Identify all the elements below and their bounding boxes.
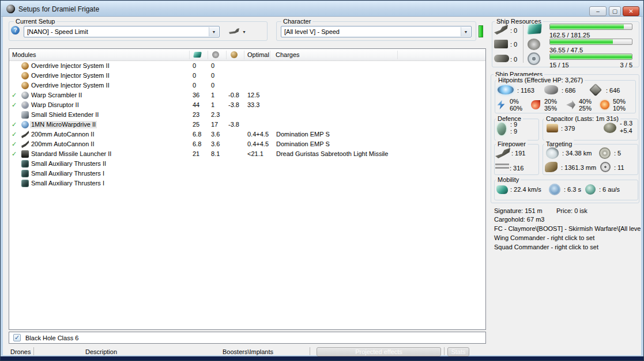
explosive-resist-icon [600,100,609,109]
module-row[interactable]: ✓200mm AutoCannon II6.83.60.4+4.5Dominat… [9,139,485,149]
tab-drones[interactable]: Drones [10,348,31,356]
cpu-value: 0 [193,62,196,70]
divider [189,51,190,59]
overdrive-icon [21,62,29,70]
module-row[interactable]: Overdrive Injector System II00 [9,71,485,81]
calibration-usage-bar [549,54,632,60]
divider [226,51,227,59]
em-armor-resist: 60% [510,105,522,112]
powergrid-usage-bar [549,39,632,45]
minimize-button[interactable]: – [589,6,607,16]
cpu-value: 0 [193,72,196,79]
tab-boosters-implants[interactable]: Boosters\Implants [223,348,273,356]
shield-hp-value: : 1163 [517,87,534,94]
character-label: Character [281,17,312,25]
launcher-hardpoint-icon [494,40,508,48]
squad-commander-text[interactable]: Squad Commander - right click to set [494,244,598,251]
armor-hp-icon [544,85,558,94]
character-dropdown[interactable]: [All level V] - Speed ▼ [281,26,472,37]
module-row[interactable]: Small Shield Extender II232.3 [9,110,485,120]
divider [444,347,445,355]
cpu-value: 23 [193,111,199,119]
charges-column-header[interactable]: Charges [276,51,300,59]
capacitor-value: -3.8 [228,121,239,128]
module-row[interactable]: ✓Standard Missile Launcher II218.1<21.1D… [9,149,485,159]
module-row[interactable]: ✓1MN MicroWarpdrive II2517-3.8 [9,120,485,130]
autocannon-icon [21,140,29,148]
missile-launcher-icon [21,150,29,158]
volley-value: : 191 [511,150,525,157]
divider [523,25,524,63]
powergrid-column-icon[interactable] [212,51,219,58]
module-row[interactable]: Small Auxiliary Thrusters I [9,169,485,178]
warp-speed-value: : 6 au/s [599,186,620,193]
module-name: 200mm AutoCannon II [30,140,95,148]
modules-column-header[interactable]: Modules [12,51,36,59]
module-row[interactable]: ✓Warp Scrambler II361-0.812.5 [9,90,485,100]
maximize-button[interactable]: ▢ [609,6,621,16]
optimal-column-header[interactable]: Optimal [247,51,269,59]
capacitor-flux-icon [604,123,616,133]
powergrid-value: 0 [211,72,214,79]
close-button[interactable]: ✕ [623,6,639,16]
module-row[interactable]: ✓200mm AutoCannon II6.83.60.4+4.5Dominat… [9,130,485,139]
mobility-label: Mobility [496,176,521,184]
max-targets-icon [599,147,611,159]
module-row[interactable]: Small Auxiliary Thrusters I [9,178,485,188]
powergrid-usage-fill [550,39,613,44]
capacitor-amount: : 379 [561,125,575,132]
cpu-column-icon[interactable] [193,52,202,58]
cpu-value: 25 [193,121,199,128]
powergrid-value: 1 [211,101,214,109]
module-row[interactable]: ✓Warp Disruptor II441-3.833.3 [9,100,485,110]
fleet-booster-text[interactable]: FC - Claymore\[BOOST] - Skirmish Warfare… [494,225,641,233]
chevron-down-icon: ▼ [461,27,470,36]
optimal-value: 33.3 [247,101,259,109]
modules-table-header[interactable]: Modules Optimal Charges [9,49,485,61]
optimal-value: 12.5 [247,92,259,99]
optimal-value: 0.4+4.5 [247,131,269,138]
chevron-down-icon: ▼ [209,27,219,36]
eft-window: Setups for Dramiel Frigate – ▢ ✕ Current… [0,0,644,361]
current-setup-value: [NANO] - Speed Limit [27,28,88,35]
help-icon[interactable]: ? [11,26,20,35]
powergrid-value: 0 [211,62,214,70]
capacitor-label: Capacitor (Lasts: 1m 31s) [544,115,620,123]
app-icon [6,5,15,13]
warp-scrambler-icon [21,92,29,99]
module-name: Standard Missile Launcher II [30,150,112,158]
calibration-icon [528,52,540,65]
launcher-hardpoints-value: : 0 [510,41,517,48]
divider [33,347,34,355]
powergrid-value: 8.1 [211,150,220,158]
window-title: Setups for Dramiel Frigate [18,5,99,13]
sensor-strength-value: : 11 [614,164,624,172]
module-name: 1MN MicroWarpdrive II [30,121,97,128]
tab-description[interactable]: Description [85,348,117,356]
projected-effects-button[interactable]: Projected effects [317,347,441,356]
scan-resolution-icon [545,162,558,172]
module-row[interactable]: Overdrive Injector System II00 [9,61,485,71]
title-bar[interactable]: Setups for Dramiel Frigate – ▢ ✕ [1,1,643,17]
wing-commander-text[interactable]: Wing Commander - right click to set [494,234,594,242]
skill-status-bar [479,25,483,37]
module-row[interactable]: Small Auxiliary Thrusters II [9,159,485,169]
shield-hp-icon [498,85,514,94]
rig-icon [21,170,29,177]
divider [244,51,244,59]
ship-select-button[interactable]: ▼ [227,25,251,37]
warp-speed-icon [585,184,596,195]
stats-button[interactable]: Stats [447,347,469,356]
module-name: Overdrive Injector System II [30,82,111,89]
module-row[interactable]: Overdrive Injector System II00 [9,81,485,90]
module-name: Warp Scrambler II [30,92,83,99]
current-setup-dropdown[interactable]: [NANO] - Speed Limit ▼ [24,26,220,37]
charge-name: Domination EMP S [276,131,330,138]
rig-slots-value: : 0 [510,56,517,63]
powergrid-value: 3.6 [211,140,220,148]
capacitor-column-icon[interactable] [231,51,238,58]
fitted-check-icon: ✓ [12,131,19,138]
environment-checkbox[interactable]: ✓ [13,334,21,341]
capacitor-value: -0.8 [228,92,239,99]
environment-panel: ✓ Black Hole Class 6 [9,332,486,344]
